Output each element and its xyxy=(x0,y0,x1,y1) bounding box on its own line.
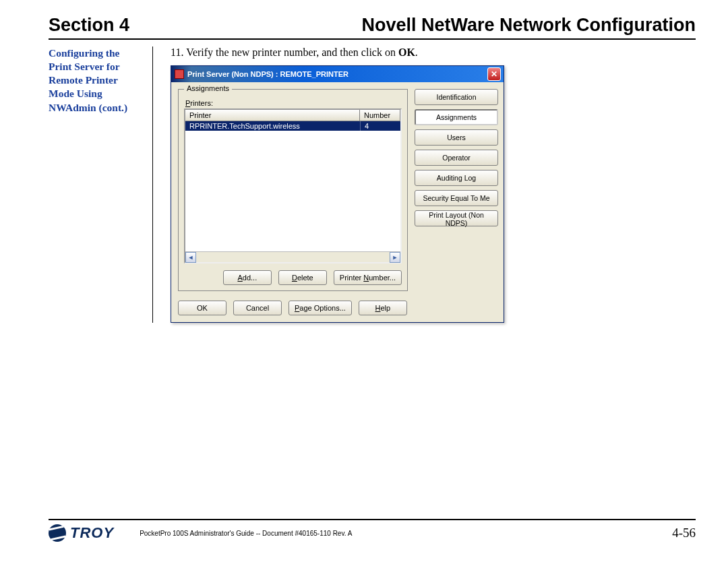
ok-button[interactable]: OK xyxy=(178,301,226,315)
printers-listbox[interactable]: Printer Number RPRINTER.TechSupport.wire… xyxy=(184,108,402,263)
printer-number-button[interactable]: Printer Number... xyxy=(334,270,402,285)
row-printer: RPRINTER.TechSupport.wireless xyxy=(185,121,360,131)
printers-label-rest: rinters: xyxy=(190,99,213,107)
header-number[interactable]: Number xyxy=(360,110,400,121)
delete-rest: elete xyxy=(297,274,313,282)
sidebar: Configuring the Print Server for Remote … xyxy=(49,46,153,323)
page-rest: age Options... xyxy=(299,304,346,312)
printers-label: Printers: xyxy=(185,99,402,107)
pn-pre: Printer xyxy=(340,274,363,282)
step-prefix: Verify the new printer number, and then … xyxy=(186,46,398,58)
add-button[interactable]: Add... xyxy=(223,270,272,285)
tab-auditing-log[interactable]: Auditing Log xyxy=(415,170,498,186)
list-row[interactable]: RPRINTER.TechSupport.wireless 4 xyxy=(185,121,400,131)
cancel-button[interactable]: Cancel xyxy=(233,301,282,315)
chevron-right-icon: ► xyxy=(392,254,398,261)
header-rule xyxy=(49,38,696,40)
tab-security-equal[interactable]: Security Equal To Me xyxy=(415,190,498,206)
pn-rest: umber... xyxy=(369,274,396,282)
close-icon: ✕ xyxy=(491,69,497,79)
page-options-button[interactable]: Page Options... xyxy=(289,301,352,315)
sidebar-heading: Configuring the Print Server for Remote … xyxy=(49,46,144,115)
help-button[interactable]: Help xyxy=(359,301,407,315)
help-rest: elp xyxy=(380,304,390,312)
add-u: A xyxy=(237,274,242,282)
tab-assignments[interactable]: Assignments xyxy=(415,109,498,125)
app-icon xyxy=(175,69,184,79)
dialog-title: Print Server (Non NDPS) : REMOTE_PRINTER xyxy=(187,70,487,78)
page-header: Section 4 Novell NetWare Network Configu… xyxy=(49,15,696,36)
delete-button[interactable]: Delete xyxy=(278,270,327,285)
group-legend: Assignments xyxy=(184,84,232,92)
doc-info: PocketPro 100S Administrator's Guide -- … xyxy=(114,530,672,537)
troy-logo: TROY xyxy=(49,524,114,542)
section-label: Section 4 xyxy=(49,15,129,36)
list-empty-area[interactable] xyxy=(185,131,400,251)
troy-logo-icon xyxy=(49,524,66,542)
main-content: 11. Verify the new printer number, and t… xyxy=(153,46,696,323)
step-bold: OK xyxy=(398,46,415,58)
dialog-tab-panel: Identification Assignments Users Operato… xyxy=(413,86,499,294)
add-rest: dd... xyxy=(243,274,257,282)
step-number: 11. xyxy=(171,46,183,58)
scroll-left-button[interactable]: ◄ xyxy=(185,252,196,263)
chapter-title: Novell NetWare Network Configuration xyxy=(361,15,696,36)
header-printer[interactable]: Printer xyxy=(185,110,360,121)
list-header[interactable]: Printer Number xyxy=(185,110,400,121)
row-number: 4 xyxy=(360,121,400,131)
footer-rule xyxy=(49,519,696,520)
assignments-groupbox: Assignments Printers: Printer Number xyxy=(178,89,408,291)
tab-operator[interactable]: Operator xyxy=(415,150,498,166)
step-instruction: 11. Verify the new printer number, and t… xyxy=(171,46,696,59)
print-server-dialog: Print Server (Non NDPS) : REMOTE_PRINTER… xyxy=(171,65,504,323)
close-button[interactable]: ✕ xyxy=(487,67,501,81)
scroll-track[interactable] xyxy=(196,252,390,262)
delete-u: D xyxy=(292,274,297,282)
chevron-left-icon: ◄ xyxy=(188,254,194,261)
scroll-right-button[interactable]: ► xyxy=(390,252,400,263)
page-footer: TROY PocketPro 100S Administrator's Guid… xyxy=(49,519,696,542)
dialog-titlebar[interactable]: Print Server (Non NDPS) : REMOTE_PRINTER… xyxy=(171,66,504,82)
step-suffix: . xyxy=(415,46,418,58)
page-number: 4-56 xyxy=(672,526,696,540)
tab-print-layout[interactable]: Print Layout (Non NDPS) xyxy=(415,210,498,226)
tab-users[interactable]: Users xyxy=(415,129,498,146)
troy-logo-text: TROY xyxy=(70,524,114,542)
scrollbar-horizontal[interactable]: ◄ ► xyxy=(185,251,400,262)
tab-identification[interactable]: Identification xyxy=(415,89,498,105)
